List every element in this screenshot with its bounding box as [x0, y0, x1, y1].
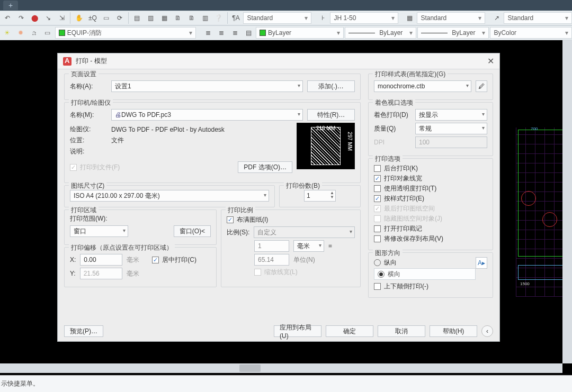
- orientation-upside-checkbox[interactable]: 上下颠倒打印(-): [374, 282, 487, 291]
- linetype-select[interactable]: ByLayer▾: [345, 27, 416, 39]
- plot-option-checkbox[interactable]: 按样式打印(E): [374, 194, 487, 203]
- help-icon[interactable]: ❔: [212, 12, 225, 24]
- plot-options-group: 打印选项 后台打印(K)打印对象线宽使用透明度打印(T)按样式打印(E)最后打印…: [368, 158, 493, 250]
- toolbar-icon[interactable]: ↶: [1, 12, 14, 24]
- preview-button[interactable]: 预览(P)…: [64, 325, 103, 337]
- toolbar-icon[interactable]: ⇲: [56, 12, 68, 24]
- plot-option-checkbox[interactable]: 将修改保存到布局(V): [374, 234, 487, 243]
- layer-tool-icon[interactable]: ≣: [216, 26, 228, 39]
- pan-icon[interactable]: ✋: [73, 12, 85, 24]
- plotstyle-select[interactable]: ByColor▾: [490, 27, 572, 39]
- layer-freeze-icon[interactable]: ✹: [14, 26, 26, 39]
- toolbar-icon[interactable]: ▥: [199, 12, 211, 24]
- vertical-scrollbar[interactable]: [562, 40, 572, 363]
- toolbar-icon[interactable]: ⬤: [28, 12, 41, 24]
- plot-option-checkbox[interactable]: 打开打印戳记: [374, 224, 487, 233]
- orientation-portrait-radio[interactable]: 纵向: [374, 258, 476, 267]
- plot-option-checkbox: 隐藏图纸空间对象(J): [374, 214, 487, 223]
- center-plot-checkbox[interactable]: 居中打印(C): [152, 256, 196, 265]
- offset-y-input: 21.56: [80, 268, 122, 279]
- orientation-preview-icon: A▸: [476, 257, 487, 269]
- mleader-style-icon[interactable]: ↗: [490, 12, 503, 24]
- scale-ratio-select: 自定义▾: [254, 226, 355, 238]
- edit-plot-style-icon[interactable]: 🖉: [476, 80, 487, 92]
- print-to-file-checkbox: 打印到文件(F): [70, 163, 120, 172]
- style-text-select[interactable]: Standard▾: [243, 12, 311, 24]
- offset-x-input[interactable]: 0.00: [80, 254, 122, 266]
- text-style-icon[interactable]: ¶A: [230, 12, 243, 24]
- shade-dpi-input: 100: [415, 136, 487, 148]
- printer-properties-button[interactable]: 特性(R)…: [307, 109, 355, 121]
- shade-viewport-group: 着色视口选项 着色打印(D) 按显示▾ 质量(Q) 常规▾ DPI 100: [368, 102, 493, 156]
- layer-select[interactable]: EQUIP-消防▾: [55, 27, 196, 39]
- scale-unit1-select[interactable]: 毫米▾: [293, 240, 324, 252]
- plot-style-table-select[interactable]: monochrome.ctb▾: [374, 80, 471, 92]
- page-setup-name-select[interactable]: 设置1▾: [111, 80, 303, 92]
- toolbar-icon[interactable]: 🗎: [185, 12, 198, 24]
- plot-style-table-group: 打印样式表(画笔指定)(G) monochrome.ctb▾ 🖉: [368, 74, 493, 100]
- plot-scale-group: 打印比例 布满图纸(I) 比例(S): 自定义▾ 1 毫米▾ = 65: [221, 209, 361, 287]
- horizontal-scrollbar[interactable]: [0, 363, 562, 373]
- layer-tool-icon[interactable]: ≣: [229, 26, 241, 39]
- command-line[interactable]: 示快捷菜单。: [0, 375, 572, 392]
- layer-color-select[interactable]: ByLayer▾: [256, 27, 344, 39]
- scale-units-input: 1: [254, 240, 289, 252]
- dialog-title: 打印 - 模型: [76, 57, 107, 66]
- add-page-setup-button[interactable]: 添加(.)…: [307, 80, 355, 92]
- orientation-group: 图形方向 纵向 横向 A▸ 上下颠倒打印(-): [368, 252, 493, 298]
- toolbar-icon[interactable]: ▭: [100, 12, 113, 24]
- paper-size-select[interactable]: ISO A4 (210.00 x 297.00 毫米)▾: [70, 190, 269, 202]
- plot-option-checkbox[interactable]: 使用透明度打印(T): [374, 184, 487, 193]
- toolbar-icon[interactable]: ▦: [158, 12, 171, 24]
- printer-name-select[interactable]: 🖨 DWG To PDF.pc3▾: [111, 109, 303, 121]
- toolbar-icon[interactable]: ↷: [15, 12, 28, 24]
- new-tab-plus[interactable]: +: [3, 1, 18, 10]
- plot-area-group: 打印区域 打印范围(W): 窗口▾ 窗口(O)<: [64, 209, 217, 245]
- style-table-select[interactable]: Standard▾: [417, 12, 485, 24]
- plot-range-select[interactable]: 窗口▾: [70, 225, 128, 237]
- shade-plot-select[interactable]: 按显示▾: [415, 109, 487, 121]
- toolbar-icon[interactable]: 🗎: [172, 12, 184, 24]
- style-mleader-select[interactable]: Standard▾: [504, 12, 571, 24]
- style-dim-select[interactable]: JH 1-50▾: [330, 12, 398, 24]
- plot-dialog: 打印 - 模型 ✕ 页面设置 名称(A): 设置1▾ 添加(.)… 打印机/绘图…: [57, 53, 500, 342]
- ok-button[interactable]: 确定: [326, 325, 373, 337]
- collapse-expand-button[interactable]: ‹: [481, 325, 493, 337]
- table-style-icon[interactable]: ▦: [404, 12, 416, 24]
- printer-group: 打印机/绘图仪 名称(M): 🖨 DWG To PDF.pc3▾ 特性(R)… …: [64, 102, 361, 183]
- layer-visibility-icon[interactable]: ☀: [1, 26, 13, 39]
- layer-manage-icon[interactable]: ▭: [41, 26, 53, 39]
- fit-to-paper-checkbox[interactable]: 布满图纸(I): [227, 215, 355, 224]
- plot-option-checkbox: 最后打印图纸空间: [374, 204, 487, 213]
- orientation-landscape-radio[interactable]: 横向: [374, 268, 476, 280]
- layer-lock-icon[interactable]: ⎌: [28, 26, 40, 39]
- apply-to-layout-button[interactable]: 应用到布局(U): [274, 325, 321, 337]
- dialog-titlebar: 打印 - 模型 ✕: [58, 53, 499, 69]
- scale-drawing-units-input: 65.14: [254, 254, 289, 266]
- shade-quality-select[interactable]: 常规▾: [415, 123, 487, 134]
- plot-option-checkbox[interactable]: 后台打印(K): [374, 164, 487, 173]
- plot-offset-group: 打印偏移（原点设置在可打印区域） X: 0.00 毫米 居中打印(C) Y: 2…: [64, 247, 217, 287]
- toolbar-icon[interactable]: ▥: [145, 12, 157, 24]
- toolbar-icon[interactable]: ⟳: [113, 12, 126, 24]
- plot-option-checkbox[interactable]: 打印对象线宽: [374, 174, 487, 183]
- layer-tool-icon[interactable]: ▤: [243, 26, 255, 39]
- toolbar-icon[interactable]: ▤: [131, 12, 144, 24]
- help-button[interactable]: 帮助(H): [430, 325, 477, 337]
- paper-size-group: 图纸尺寸(Z) ISO A4 (210.00 x 297.00 毫米)▾: [64, 185, 275, 207]
- autocad-logo-icon: [63, 57, 72, 66]
- paper-preview: 210 MM 297 MM: [297, 123, 355, 169]
- copies-group: 打印份数(B) 1 ▲▼: [279, 185, 361, 207]
- copies-spinner[interactable]: 1 ▲▼: [304, 190, 336, 202]
- page-setup-group: 页面设置 名称(A): 设置1▾ 添加(.)…: [64, 74, 361, 100]
- window-pick-button[interactable]: 窗口(O)<: [174, 225, 211, 237]
- cancel-button[interactable]: 取消: [378, 325, 425, 337]
- layer-tool-icon[interactable]: ≣: [202, 26, 214, 39]
- close-button[interactable]: ✕: [487, 56, 494, 66]
- toolbar-icon[interactable]: ↘: [42, 12, 55, 24]
- lineweight-select[interactable]: ByLayer▾: [417, 27, 489, 39]
- pdf-options-button[interactable]: PDF 选项(O)…: [238, 161, 292, 173]
- zoom-icon[interactable]: ±Q: [86, 12, 99, 24]
- dim-style-icon[interactable]: ⊦: [317, 12, 329, 24]
- scale-lineweights-checkbox: 缩放线宽(L): [254, 268, 355, 277]
